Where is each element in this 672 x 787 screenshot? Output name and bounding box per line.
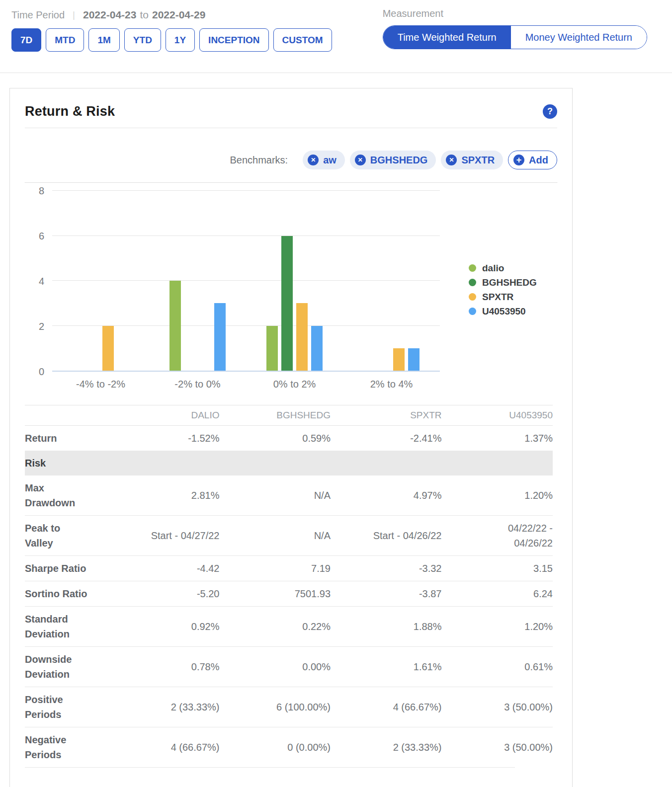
legend-dot-icon — [469, 308, 476, 315]
bar-slot — [87, 191, 99, 371]
bar-slot — [102, 191, 114, 371]
add-icon: + — [513, 155, 524, 165]
row-label: Downside Deviation — [25, 647, 108, 687]
cell-value: Start - 04/27/22 — [108, 516, 220, 556]
remove-benchmark-icon[interactable]: ✕ — [308, 155, 319, 165]
bar-group-3 — [343, 191, 440, 371]
legend-dot-icon — [469, 279, 476, 286]
x-axis-labels: -4% to -2%-2% to 0%0% to 2%2% to 4% — [52, 379, 440, 390]
cell-value: 2 (33.33%) — [331, 727, 442, 768]
column-header: BGHSHEDG — [220, 405, 331, 426]
cell-value: 2 (33.33%) — [108, 687, 220, 727]
page-title: Return & Risk — [25, 104, 115, 119]
bar-dalio-1 — [169, 281, 181, 371]
period-button-mtd[interactable]: MTD — [46, 28, 84, 52]
row-label: Return — [25, 426, 108, 451]
bar-slot — [311, 191, 323, 371]
date-range: 2022-04-23to2022-04-29 — [83, 9, 205, 21]
remove-benchmark-icon[interactable]: ✕ — [355, 155, 366, 165]
table-row: Peak to ValleyStart - 04/27/22N/AStart -… — [25, 516, 553, 556]
row-label: Peak to Valley — [25, 516, 108, 556]
legend-dot-icon — [469, 293, 476, 301]
cell-value: 2.81% — [108, 475, 220, 516]
period-buttons: 7DMTD1MYTD1YINCEPTIONCUSTOM — [11, 28, 332, 52]
x-category-label: 2% to 4% — [343, 379, 440, 390]
plot-area — [52, 191, 440, 372]
remove-benchmark-icon[interactable]: ✕ — [446, 155, 457, 165]
cell-value: 3 (50.00%) — [442, 687, 553, 727]
measurement-label: Measurement — [383, 8, 647, 22]
period-button-inception[interactable]: INCEPTION — [199, 28, 268, 52]
benchmark-chip-spxtr[interactable]: ✕SPXTR — [441, 151, 503, 169]
row-label: Sortino Ratio — [25, 581, 108, 607]
bar-slot — [266, 191, 278, 371]
cell-value: -1.52% — [108, 426, 220, 451]
cell-value: 1.37% — [442, 426, 553, 451]
table-row: Positive Periods2 (33.33%)6 (100.00%)4 (… — [25, 687, 553, 727]
row-label: Standard Deviation — [25, 607, 108, 647]
x-category-label: -4% to -2% — [52, 379, 149, 390]
benchmark-chip-label: BGHSHEDG — [370, 155, 428, 166]
cell-value: N/A — [220, 516, 331, 556]
bar-dalio-2 — [266, 326, 278, 371]
add-benchmark-button[interactable]: +Add — [508, 151, 557, 169]
measurement-toggle: Time Weighted ReturnMoney Weighted Retur… — [383, 25, 647, 49]
measurement-option-time-weighted-return[interactable]: Time Weighted Return — [383, 26, 511, 49]
y-tick-label: 0 — [39, 366, 44, 378]
bar-slot — [214, 191, 226, 371]
bar-slot — [296, 191, 308, 371]
legend-item-u4053950: U4053950 — [469, 306, 537, 317]
add-benchmark-label: Add — [529, 155, 548, 166]
dotted-divider — [25, 182, 557, 183]
return-histogram-chart: 02468 dalioBGHSHEDGSPXTRU4053950 — [25, 191, 557, 372]
label-separator: | — [73, 9, 75, 20]
period-button-1m[interactable]: 1M — [88, 28, 119, 52]
benchmark-chip-label: SPXTR — [461, 155, 495, 166]
cell-value: -4.42 — [108, 556, 220, 581]
period-button-custom[interactable]: CUSTOM — [273, 28, 332, 52]
legend-item-dalio: dalio — [469, 263, 537, 274]
row-label: Positive Periods — [25, 687, 108, 727]
legend-label: dalio — [482, 263, 504, 274]
help-icon[interactable]: ? — [543, 104, 557, 119]
y-axis: 02468 — [25, 191, 52, 372]
cell-value: 7501.93 — [220, 581, 331, 607]
bar-slot — [184, 191, 196, 371]
bar-slot — [117, 191, 129, 371]
y-tick-label: 2 — [39, 321, 44, 332]
cell-value: 6.24 — [442, 581, 553, 607]
column-header: DALIO — [108, 405, 220, 426]
benchmarks-label: Benchmarks: — [230, 155, 288, 166]
cell-value: 04/22/22 - 04/26/22 — [442, 516, 553, 556]
table-bottom-border — [25, 767, 515, 768]
legend-label: U4053950 — [482, 306, 526, 317]
table-row: Standard Deviation0.92%0.22%1.88%1.20% — [25, 607, 553, 647]
date-start: 2022-04-23 — [83, 9, 136, 20]
benchmark-chip-aw[interactable]: ✕aw — [303, 151, 345, 169]
period-button-ytd[interactable]: YTD — [124, 28, 161, 52]
chart-legend: dalioBGHSHEDGSPXTRU4053950 — [440, 259, 537, 320]
legend-item-spxtr: SPXTR — [469, 292, 537, 303]
stats-table: DALIOBGHSHEDGSPXTRU4053950Return-1.52%0.… — [25, 405, 553, 767]
bar-slot — [378, 191, 390, 371]
measurement-option-money-weighted-return[interactable]: Money Weighted Return — [511, 26, 647, 49]
bar-bghshedg-2 — [281, 236, 293, 371]
y-tick-label: 4 — [39, 276, 44, 287]
cell-value: 0.61% — [442, 647, 553, 687]
cell-value: 3 (50.00%) — [442, 727, 553, 768]
bar-group-1 — [149, 191, 246, 371]
bar-spxtr-2 — [296, 303, 308, 371]
benchmark-chip-bghshedg[interactable]: ✕BGHSHEDG — [350, 151, 436, 169]
cell-value: 0.00% — [220, 647, 331, 687]
bar-u4053950-2 — [311, 326, 323, 371]
cell-value: 7.19 — [220, 556, 331, 581]
cell-value: 1.61% — [331, 647, 442, 687]
bar-u4053950-3 — [408, 348, 420, 371]
bar-slot — [363, 191, 375, 371]
bar-groups — [52, 191, 440, 371]
y-tick-label: 8 — [39, 185, 44, 197]
period-button-1y[interactable]: 1Y — [166, 28, 195, 52]
bar-slot — [393, 191, 405, 371]
period-button-7d[interactable]: 7D — [11, 28, 41, 52]
cell-value: Start - 04/26/22 — [331, 516, 442, 556]
